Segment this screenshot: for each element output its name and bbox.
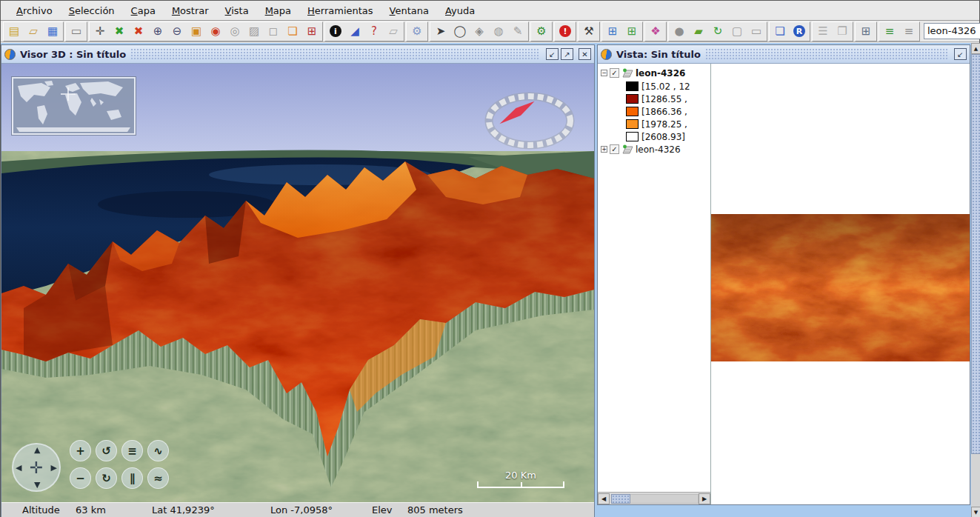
select-circle-button[interactable]: ◯: [450, 23, 470, 40]
scrollbar-track[interactable]: [630, 494, 699, 504]
nav-exaggeration-button[interactable]: ∥: [121, 467, 143, 489]
view-map-button[interactable]: ▰: [689, 23, 708, 40]
menu-mapa[interactable]: Mapa: [257, 2, 299, 19]
settings-button[interactable]: ⚙: [532, 23, 551, 40]
zoom-in-button[interactable]: ⊕: [148, 23, 167, 40]
map-canvas[interactable]: [711, 64, 970, 504]
menu-vista[interactable]: Vista: [217, 2, 257, 19]
zoom-extent-button[interactable]: ✖: [110, 23, 129, 40]
zoom-previous-button[interactable]: ◎: [225, 23, 244, 40]
arrange-frames-button[interactable]: ❏: [283, 23, 302, 40]
legend-entry[interactable]: [2608.93]: [601, 130, 710, 143]
world-overview-map[interactable]: [12, 77, 136, 135]
nav-flatten-button[interactable]: ≈: [147, 467, 169, 489]
layer-visibility-checkbox[interactable]: ✓: [610, 144, 619, 154]
pan-right-icon[interactable]: ▶: [51, 463, 57, 473]
pan-button[interactable]: ✛: [90, 23, 110, 40]
scroll-right-button[interactable]: ▶: [699, 493, 710, 504]
expand-toggle-icon[interactable]: +: [601, 146, 607, 153]
collapse-toggle-icon[interactable]: −: [601, 70, 607, 76]
legend-entry[interactable]: [1978.25 ,: [601, 118, 710, 130]
refresh-button[interactable]: ↻: [708, 23, 727, 40]
show-table-button[interactable]: ☰: [813, 23, 833, 40]
legend-entry[interactable]: [1866.36 ,: [601, 105, 710, 118]
clear-selection-button[interactable]: ✎: [508, 23, 527, 40]
tree-horizontal-scrollbar[interactable]: ◀ ▶: [598, 492, 710, 504]
copy-document-button[interactable]: ❐: [833, 23, 852, 40]
menu-ventana[interactable]: Ventana: [381, 2, 437, 19]
scroll-left-button[interactable]: ◀: [598, 493, 610, 504]
menu-seleccion[interactable]: Selección: [61, 2, 123, 19]
pan-down-icon[interactable]: ▼: [34, 480, 40, 490]
scrollbar-thumb[interactable]: [611, 494, 630, 504]
nav-tilt-button[interactable]: ≡: [121, 440, 143, 461]
pan-control[interactable]: ✛ ▲ ▼ ◀ ▶: [12, 443, 61, 492]
3d-terrain-viewport[interactable]: ✛ ▲ ▼ ◀ ▶ + ↺ ≡ ∿ − ↻ ∥ ≈: [1, 64, 594, 502]
geoprocessing-button[interactable]: ⚙: [407, 23, 427, 40]
zoom-out-button[interactable]: ⊖: [167, 23, 187, 40]
select-area-button[interactable]: ▨: [244, 23, 264, 40]
scrollbar-thumb[interactable]: [971, 54, 980, 454]
layer-visibility-checkbox[interactable]: ✓: [610, 68, 619, 78]
menu-capa[interactable]: Capa: [123, 2, 164, 19]
nav-rotate-right-button[interactable]: ↻: [96, 467, 117, 489]
desktop-vertical-scrollbar[interactable]: ▲ ▼: [971, 43, 980, 517]
hyperlink-button[interactable]: ◢: [345, 23, 364, 40]
measure-area-button[interactable]: ▱: [384, 23, 403, 40]
locator-setup-button[interactable]: ⊞: [302, 23, 321, 40]
add-layer-button[interactable]: ⊞: [603, 23, 622, 40]
layer-name[interactable]: leon-4326: [636, 68, 685, 79]
catalog-search-button[interactable]: R: [790, 23, 809, 40]
save-document-button[interactable]: ▦: [43, 23, 62, 40]
layer-combo-input[interactable]: leon-4326: [924, 23, 980, 39]
layer-manager-button[interactable]: ≡: [880, 23, 899, 40]
vista-titlebar[interactable]: Vista: Sin título ↙: [598, 45, 970, 64]
full-extent-button[interactable]: ✖: [129, 23, 148, 40]
visor3d-close-button[interactable]: ✕: [579, 48, 591, 60]
nav-rotate-left-button[interactable]: ↺: [96, 440, 117, 461]
menu-herramientas[interactable]: Herramientas: [299, 2, 381, 19]
symbology-button[interactable]: ❖: [646, 23, 665, 40]
scroll-down-button[interactable]: ▼: [971, 507, 980, 517]
nav-zoom-in-button[interactable]: +: [70, 440, 91, 461]
scroll-up-button[interactable]: ▲: [971, 43, 980, 54]
sphere-button[interactable]: ●: [670, 23, 689, 40]
error-log-button[interactable]: !: [556, 23, 575, 40]
attribute-table-button[interactable]: ⊞: [856, 23, 876, 40]
visor3d-maximize-button[interactable]: ↗: [561, 48, 573, 60]
pan-left-icon[interactable]: ◀: [16, 463, 21, 473]
visor3d-titlebar[interactable]: Visor 3D : Sin título ↙ ↗ ✕: [1, 45, 594, 64]
select-polygon-button[interactable]: ◻: [264, 23, 283, 40]
zoom-layer-button[interactable]: ▣: [187, 23, 206, 40]
visor3d-minimize-button[interactable]: ↙: [546, 48, 559, 60]
import-image-button[interactable]: ▭: [747, 23, 766, 40]
select-globe-button[interactable]: ◍: [489, 23, 508, 40]
legend-entry[interactable]: [15.02 , 12: [601, 80, 710, 93]
menu-ayuda[interactable]: Ayuda: [437, 2, 483, 19]
info-button[interactable]: i: [326, 23, 345, 40]
layer-node[interactable]: − ✓ leon-4326: [601, 67, 710, 79]
mouse-tool-button[interactable]: ▭: [67, 23, 86, 40]
vista-minimize-button[interactable]: ↙: [954, 48, 967, 60]
compass-control[interactable]: [484, 92, 575, 150]
menu-archivo[interactable]: Archivo: [8, 2, 61, 19]
print-preview-button[interactable]: ❏: [770, 23, 790, 40]
center-view-button[interactable]: ◈: [470, 23, 489, 40]
legend-entry[interactable]: [1286.55 ,: [601, 93, 710, 105]
layer-node[interactable]: + ✓ leon-4326: [601, 143, 710, 156]
nav-zoom-out-button[interactable]: −: [70, 467, 91, 489]
new-document-button[interactable]: ▤: [4, 23, 24, 40]
select-point-button[interactable]: ➤: [431, 23, 450, 40]
pan-up-icon[interactable]: ▲: [34, 445, 40, 455]
toolbox-button[interactable]: ⚒: [579, 23, 599, 40]
menu-mostrar[interactable]: Mostrar: [164, 2, 217, 19]
open-document-button[interactable]: ▱: [24, 23, 43, 40]
measure-distance-button[interactable]: ?: [364, 23, 384, 40]
zoom-selection-button[interactable]: ◉: [206, 23, 225, 40]
layer-name[interactable]: leon-4326: [636, 144, 681, 155]
layer-order-button[interactable]: ≡: [899, 23, 919, 40]
add-event-layer-button[interactable]: ⊞: [622, 23, 641, 40]
export-image-button[interactable]: ▢: [727, 23, 747, 40]
nav-terrain-profile-button[interactable]: ∿: [147, 440, 169, 461]
hyperlink-icon: ◢: [350, 26, 359, 37]
